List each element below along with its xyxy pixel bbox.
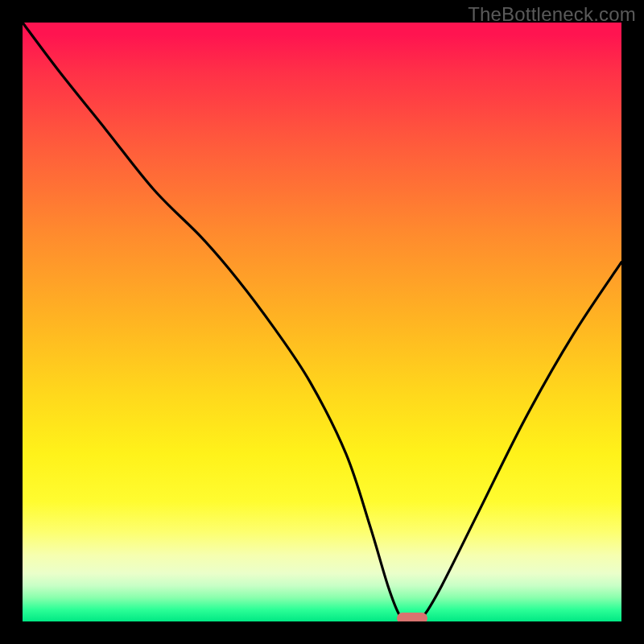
optimal-point-marker: [397, 613, 427, 621]
curve-path: [23, 23, 621, 621]
bottleneck-curve: [23, 23, 621, 621]
chart-frame: TheBottleneck.com: [0, 0, 644, 644]
plot-area: [23, 23, 621, 621]
